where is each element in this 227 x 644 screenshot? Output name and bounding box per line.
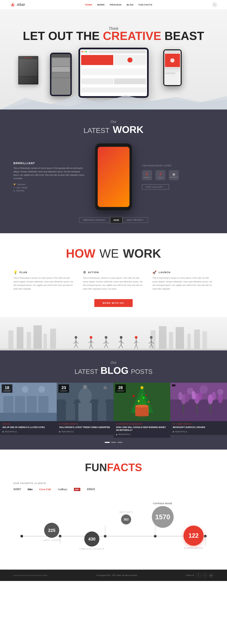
- next-project-button[interactable]: NEXT PROJECT: [122, 217, 148, 223]
- stick-figure-4: [118, 335, 124, 349]
- launch-icon: 🚀: [152, 270, 157, 274]
- process-launch: 🚀 LAUNCH This is Photoshop's version of …: [152, 270, 214, 291]
- svg-point-89: [178, 392, 182, 400]
- navbar: Altair HOME WORK PROCESS BLOG FUN FACTS: [0, 0, 227, 10]
- work-with-us-button[interactable]: WORK WITH US!: [94, 299, 133, 307]
- hero-section: Think LET OUT THE CREATIVE BEAST: [0, 10, 227, 110]
- svg-line-30: [91, 344, 93, 348]
- svg-rect-59: [38, 396, 48, 413]
- stat-completed-projects: 430 COMPLETED PROJECTS: [79, 532, 104, 550]
- client-bbc: BBC: [74, 488, 80, 491]
- svg-point-96: [218, 394, 223, 403]
- logo-icon: [10, 2, 15, 7]
- nav-home[interactable]: HOME: [85, 4, 92, 6]
- view-gallery-button[interactable]: VIEW GALLERY ›: [142, 184, 169, 190]
- svg-rect-18: [0, 349, 227, 350]
- logo[interactable]: Altair: [10, 2, 25, 7]
- nav-links: HOME WORK PROCESS BLOG FUN FACTS: [85, 4, 152, 6]
- svg-line-51: [149, 341, 151, 344]
- process-columns: 💡 PLAN This is Photoshop's version of Lo…: [13, 270, 214, 291]
- client-cadbury: Cadbury: [58, 488, 67, 491]
- tablet-device: [78, 48, 149, 98]
- svg-line-35: [104, 344, 106, 348]
- facebook-icon[interactable]: f: [196, 573, 201, 578]
- svg-point-19: [75, 336, 77, 339]
- svg-line-48: [136, 344, 138, 348]
- svg-point-82: [142, 397, 144, 399]
- nav-blog[interactable]: BLOG: [127, 4, 134, 6]
- project-meta: 🏆TROPHY ≡LIST ITEMS ★RATING: [13, 184, 85, 192]
- svg-line-23: [74, 344, 76, 348]
- svg-line-39: [119, 341, 121, 342]
- clients-logos: SONY Nike Coca-Cola Cadbury BBC ERGO: [13, 488, 214, 491]
- svg-rect-67: [78, 403, 92, 421]
- svg-point-80: [132, 395, 134, 397]
- svg-rect-58: [27, 396, 37, 413]
- nav-work[interactable]: WORK: [97, 4, 105, 6]
- svg-rect-100: [183, 404, 184, 414]
- stick-figure-1: [73, 335, 79, 349]
- svg-rect-56: [3, 396, 13, 413]
- svg-line-34: [106, 341, 109, 344]
- twitter-icon[interactable]: t: [202, 573, 207, 578]
- phone-device-left: [50, 53, 72, 96]
- mountains: [0, 93, 227, 110]
- funfacts-title: FUNFACTS: [13, 461, 214, 474]
- blog-card-2: 23 AUGUST BY TOMMY GRIFFIN HOLLYWOOD'S L…: [57, 383, 113, 438]
- blog-carousel-dots: [0, 442, 227, 443]
- footer-copy: © Copyright 2010 - 2013. Altair. All rig…: [96, 574, 137, 576]
- footer: www.themeforest.net/user/creative-villag…: [0, 570, 227, 581]
- svg-rect-57: [15, 396, 25, 413]
- svg-point-25: [90, 336, 92, 339]
- nav-funfacts[interactable]: FUN FACTS: [139, 4, 152, 6]
- gplus-icon[interactable]: g+: [209, 573, 214, 578]
- meta-rating: ★RATING: [13, 190, 85, 192]
- svg-point-70: [97, 391, 107, 404]
- svg-line-36: [106, 344, 108, 348]
- blog-card-4: BY TOMMY GRIFFIN MICROSOFT SURFACE 2 REV…: [170, 383, 227, 438]
- client-ergo: ERGO: [87, 488, 95, 491]
- search-icon[interactable]: [212, 2, 217, 7]
- svg-line-33: [104, 341, 106, 344]
- work-title: Our LATEST WORK: [13, 120, 214, 135]
- prev-project-button[interactable]: PREVIOUS PROJECT: [79, 217, 110, 223]
- clients-section: OUR FAVORITE CLIENTS: SONY Nike Coca-Col…: [13, 482, 214, 491]
- svg-line-40: [121, 341, 124, 344]
- stat-coffees-made: COFFEES MADE 1570: [152, 502, 174, 528]
- svg-line-52: [151, 341, 154, 344]
- tech-android: 🤖 ANDROID: [169, 170, 179, 180]
- svg-point-31: [105, 336, 107, 339]
- dot-2[interactable]: [111, 442, 116, 443]
- stick-figure-2: [88, 335, 94, 349]
- blog-read-4[interactable]: ▶ READ ARTICLE: [173, 430, 224, 433]
- nav-process[interactable]: PROCESS: [110, 4, 122, 6]
- dot-1[interactable]: [105, 442, 110, 443]
- blog-read-1[interactable]: ▶ READ ARTICLE: [3, 430, 54, 433]
- work-content: BRRRILLIANT This is Photoshop's version …: [13, 144, 214, 210]
- svg-line-46: [136, 341, 138, 343]
- blog-cards: 18 AUGUST GRIFFIN ING UP ONE OF AMERICA'…: [0, 383, 227, 438]
- svg-line-2: [215, 5, 216, 6]
- hero-devices: HOLICSTU: [0, 46, 227, 110]
- svg-rect-102: [210, 404, 210, 414]
- svg-line-21: [73, 341, 76, 344]
- svg-point-83: [148, 401, 149, 403]
- dot-3[interactable]: [117, 442, 122, 443]
- client-sony: SONY: [13, 488, 21, 491]
- svg-point-97: [187, 388, 194, 394]
- svg-line-47: [134, 344, 136, 348]
- blog-read-2[interactable]: ▶ READ ARTICLE: [59, 430, 111, 433]
- svg-point-81: [138, 400, 139, 402]
- client-nike: Nike: [28, 488, 33, 491]
- project-counter: 01/04: [110, 217, 123, 223]
- svg-point-99: [217, 389, 223, 395]
- stats-container: 225 HAPPY CLIENTS 430 COMPLETED PROJECTS…: [13, 500, 214, 558]
- blog-read-3[interactable]: ▶ READ ARTICLE: [116, 433, 168, 436]
- plan-icon: 💡: [13, 270, 18, 274]
- blog-title: Our LATEST BLOG POSTS: [0, 360, 227, 376]
- svg-line-22: [76, 341, 78, 344]
- svg-point-68: [65, 391, 75, 404]
- action-icon: ⚙: [83, 270, 86, 274]
- stick-figure-3: [103, 335, 109, 349]
- process-action: ⚙ ACTION This is Photoshop's version of …: [83, 270, 144, 291]
